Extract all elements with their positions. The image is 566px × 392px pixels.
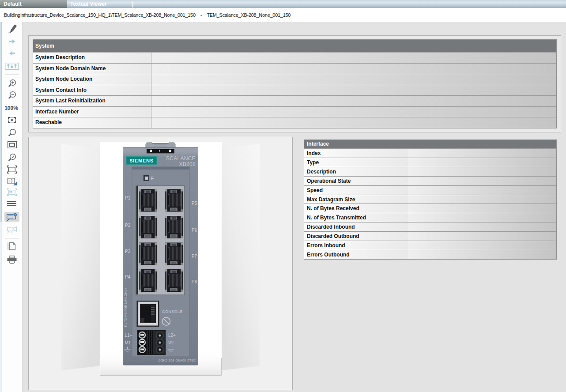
svg-text:P5: P5	[192, 201, 197, 206]
svg-text:V2: V2	[168, 340, 174, 345]
svg-text:F: F	[151, 176, 154, 181]
svg-text:P4: P4	[125, 275, 131, 279]
svg-text:SIEMENS: SIEMENS	[129, 158, 153, 163]
svg-text:P6: P6	[192, 228, 197, 233]
svg-text:L1+: L1+	[125, 333, 132, 338]
svg-text:P1 TO P8 FOR LAN ONLY: P1 TO P8 FOR LAN ONLY	[124, 287, 128, 327]
svg-text:6GK5 208-0BA00-2TB2: 6GK5 208-0BA00-2TB2	[158, 358, 196, 362]
svg-text:CONSOLE: CONSOLE	[162, 309, 183, 314]
svg-text:M1: M1	[125, 340, 131, 345]
svg-text:L2+: L2+	[168, 333, 176, 338]
svg-text:P8: P8	[192, 279, 197, 284]
svg-text:P3: P3	[125, 249, 131, 254]
svg-text:XB208: XB208	[179, 161, 196, 167]
svg-text:P2: P2	[125, 223, 131, 228]
svg-text:P7: P7	[192, 254, 197, 259]
svg-text:P1: P1	[125, 196, 131, 200]
